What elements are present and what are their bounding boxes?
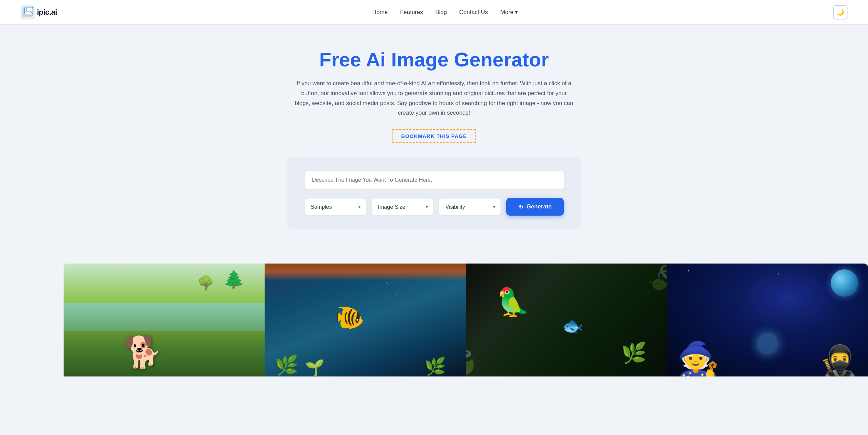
visibility-select[interactable]: Visibility Public Private [439, 198, 501, 216]
nav-more-label: More [500, 9, 513, 16]
nav-features[interactable]: Features [400, 9, 423, 15]
bookmark-button[interactable]: BOOKMARK THIS PAGE [392, 129, 476, 143]
svg-rect-4 [25, 7, 33, 14]
nav-home[interactable]: Home [372, 9, 388, 15]
samples-select[interactable]: Samples 1 2 3 4 [304, 198, 366, 216]
moon-icon: 🌙 [837, 9, 844, 16]
gallery-item-fish: 🌿 🌱 🌿 🐠 ○ ○ [265, 264, 466, 376]
generate-button[interactable]: ↻ Generate [506, 198, 564, 216]
nav-contact[interactable]: Contact Us [459, 9, 488, 15]
hero-title: Free Ai Image Generator [7, 49, 861, 71]
logo-text: ipic.ai [37, 8, 57, 17]
controls-row: Samples 1 2 3 4 Image Size 512x512 768x7… [304, 198, 564, 216]
nav-more-button[interactable]: More ▾ [500, 9, 518, 16]
image-size-select[interactable]: Image Size 512x512 768x768 1024x1024 [372, 198, 433, 216]
hero-subtitle: If you want to create beautiful and one-… [294, 79, 574, 118]
dark-mode-button[interactable]: 🌙 [833, 5, 847, 20]
hero-section: Free Ai Image Generator If you want to c… [0, 25, 868, 264]
generate-label: Generate [526, 203, 552, 210]
svg-point-5 [26, 8, 27, 10]
gallery-item-dog: 🐕 🌲 🌳 [64, 264, 265, 376]
gallery-item-tropical: 🍃 🍃 🦜 🌿 🐟 [466, 264, 667, 376]
chevron-down-icon: ▾ [515, 9, 518, 16]
visibility-dropdown-wrapper: Visibility Public Private [439, 198, 501, 216]
image-size-dropdown-wrapper: Image Size 512x512 768x768 1024x1024 [372, 198, 433, 216]
generator-container: Samples 1 2 3 4 Image Size 512x512 768x7… [287, 157, 581, 229]
gallery-item-anime: ✦ ✦ ✦ 🧙 🥷 [667, 264, 868, 376]
navbar: ipic.ai Home Features Blog Contact Us Mo… [0, 0, 868, 25]
logo-link[interactable]: ipic.ai [21, 5, 57, 20]
refresh-icon: ↻ [519, 204, 523, 210]
logo-icon [21, 5, 35, 20]
samples-dropdown-wrapper: Samples 1 2 3 4 [304, 198, 366, 216]
image-gallery: 🐕 🌲 🌳 🌿 🌱 🌿 🐠 ○ ○ 🍃 🍃 [0, 264, 868, 376]
prompt-input[interactable] [304, 170, 564, 190]
nav-blog[interactable]: Blog [435, 9, 447, 15]
nav-links: Home Features Blog Contact Us More ▾ [372, 9, 518, 16]
